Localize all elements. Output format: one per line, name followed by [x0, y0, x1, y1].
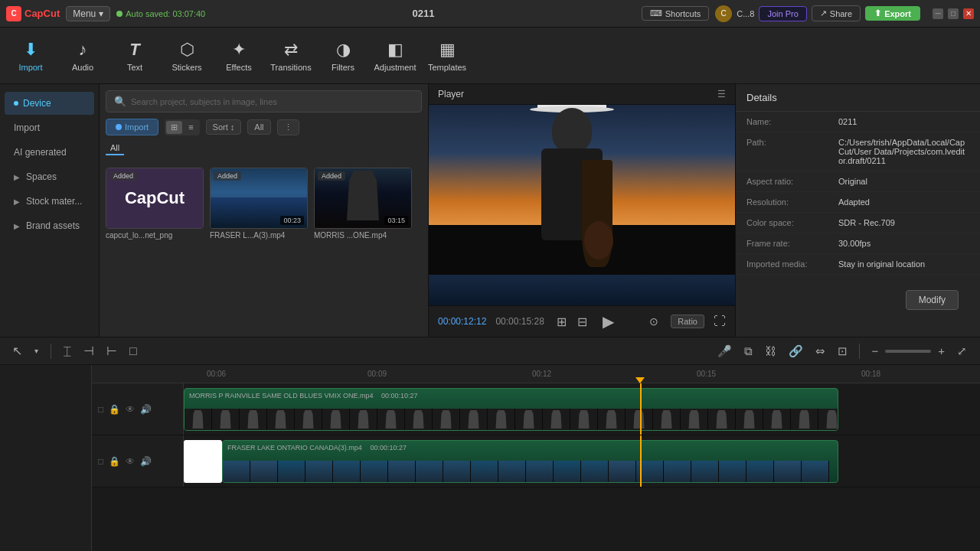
window-controls: ─ □ ✕ [933, 8, 974, 19]
detail-row-path: Path: C:/Users/trish/AppData/Local/CapCu… [736, 132, 980, 171]
player-video[interactable] [429, 105, 735, 305]
track-audio-button[interactable]: 🔊 [139, 403, 153, 416]
track-lock2-button[interactable]: 🔒 [107, 403, 122, 416]
media-filename: FRASER L...A(3).mp4 [210, 231, 308, 240]
select-dropdown-button[interactable]: ▾ [31, 345, 41, 357]
tool-effects[interactable]: ✦ Effects [214, 31, 263, 80]
filter-tab-all[interactable]: All [106, 142, 124, 155]
export-button[interactable]: ⬆ Export [865, 6, 920, 21]
search-input-container[interactable]: 🔍 Search project, subjects in image, lin… [106, 90, 422, 112]
username: C...8 [737, 9, 754, 18]
zoom-in-button[interactable]: + [934, 343, 949, 359]
project-id: 0211 [413, 8, 435, 19]
import-dot [116, 124, 122, 130]
split-button[interactable]: ⌶ [60, 343, 74, 360]
split-audio-button[interactable]: ⇔ [812, 343, 829, 360]
freeze-button[interactable]: ⊡ [834, 343, 851, 360]
grid-view-button[interactable]: ⊞ [166, 121, 182, 134]
filter-tabs: All [100, 142, 428, 161]
modify-button[interactable]: Modify [906, 290, 959, 310]
import-button[interactable]: Import [106, 119, 158, 135]
detail-label: Imported media: [746, 259, 838, 269]
select-tool-button[interactable]: ↖ [9, 342, 25, 360]
close-button[interactable]: ✕ [963, 8, 974, 19]
sidebar-item-stock-material[interactable]: ▶ Stock mater... [5, 190, 94, 213]
media-item-morris[interactable]: Added 03:15 MORRIS ...ONE.mp4 [314, 168, 412, 240]
fullscreen-button[interactable]: ⛶ [714, 315, 726, 328]
time-total: 00:00:15:28 [495, 316, 544, 327]
tool-stickers[interactable]: ⬡ Stickers [162, 31, 211, 80]
stickers-icon: ⬡ [180, 40, 194, 60]
tool-audio[interactable]: ♪ Audio [58, 31, 107, 80]
sidebar-item-import[interactable]: Import [5, 116, 94, 139]
player-area: Player ☰ 00:00:12:12 00:00:15:28 [429, 84, 735, 337]
tool-transitions[interactable]: ⇄ Transitions [266, 31, 315, 80]
media-item-capcut-logo[interactable]: CapCut Added capcut_lo...net_png [106, 168, 204, 240]
timeline-content: 00:06 00:09 00:12 00:15 00:18 □ 🔒 👁 🔊 [0, 365, 980, 551]
microphone-button[interactable]: 🎤 [714, 343, 736, 360]
grid-view-ctrl-button[interactable]: ⊞ [554, 313, 570, 331]
sidebar-item-spaces[interactable]: ▶ Spaces [5, 165, 94, 188]
playhead-marker [635, 377, 645, 383]
track-eye-button[interactable]: 👁 [124, 455, 136, 468]
play-button[interactable]: ▶ [599, 311, 617, 332]
share-button[interactable]: ↗ Share [812, 5, 861, 21]
media-item-fraser-lake[interactable]: Added 00:23 FRASER L...A(3).mp4 [210, 168, 308, 240]
expand-arrow-icon: ▶ [14, 222, 20, 230]
join-pro-button[interactable]: Join Pro [759, 6, 806, 21]
magnet-button[interactable]: ⧉ [740, 343, 756, 360]
track-lock-button[interactable]: □ [96, 403, 105, 416]
maximize-button[interactable]: □ [948, 8, 959, 19]
time-current: 00:00:12:12 [438, 316, 486, 327]
playhead[interactable] [640, 435, 642, 487]
detail-row-name: Name: 0211 [736, 112, 980, 132]
sidebar-item-brand-assets[interactable]: ▶ Brand assets [5, 214, 94, 237]
zoom-slider[interactable] [885, 350, 931, 353]
import-icon: ⬇ [24, 40, 38, 60]
tool-adjustment[interactable]: ◧ Adjustment [371, 31, 420, 80]
trim-left-button[interactable]: ⊣ [80, 342, 97, 360]
track-clip-video1[interactable]: MORRIS P RAINVILLE SAME OLD BLUES VMIX O… [184, 388, 838, 431]
fit-timeline-button[interactable]: ⤢ [953, 343, 971, 360]
menu-button[interactable]: Menu ▾ [66, 6, 110, 21]
sort-button[interactable]: Sort ↕ [206, 119, 242, 135]
track-eye-button[interactable]: 👁 [124, 403, 136, 416]
tool-text[interactable]: T Text [110, 31, 159, 80]
chain-button[interactable]: ⛓ [761, 343, 780, 359]
timeline-toolbar: ↖ ▾ ⌶ ⊣ ⊢ □ 🎤 ⧉ ⛓ 🔗 ⇔ ⊡ − + ⤢ [0, 337, 980, 365]
player-menu-icon[interactable]: ☰ [717, 89, 726, 99]
trim-right-button[interactable]: ⊢ [103, 342, 120, 360]
filter-all-button[interactable]: All [247, 119, 270, 135]
filter-options-button[interactable]: ⋮ [277, 119, 299, 135]
sidebar-item-ai-generated[interactable]: AI generated [5, 141, 94, 164]
ratio-button[interactable]: Ratio [671, 315, 704, 328]
list-view-button[interactable]: ≡ [184, 121, 198, 133]
nav-active-dot [14, 101, 18, 106]
track-lock-button[interactable]: □ [96, 455, 105, 468]
main-toolbar: ⬇ Import ♪ Audio T Text ⬡ Stickers ✦ Eff… [0, 28, 980, 84]
track-clip-video2[interactable]: FRASER LAKE ONTARIO CANADA(3).mp4 00:00:… [222, 440, 838, 483]
tool-filters[interactable]: ◑ Filters [318, 31, 368, 80]
tool-import[interactable]: ⬇ Import [6, 31, 55, 80]
ruler-mark: 00:15 [697, 370, 716, 378]
detail-label: Color space: [746, 218, 838, 227]
screenshot-button[interactable]: ⊙ [646, 314, 662, 329]
playhead[interactable] [640, 383, 642, 435]
shortcuts-button[interactable]: ⌨ Shortcuts [642, 6, 709, 21]
track-controls: □ 🔒 👁 🔊 [92, 435, 184, 487]
detail-value: 0211 [838, 117, 969, 126]
track-lock2-button[interactable]: 🔒 [107, 455, 122, 468]
expand-arrow-icon: ▶ [14, 173, 20, 181]
thumb-image: Added 00:23 [210, 168, 308, 229]
zoom-out-button[interactable]: − [867, 343, 882, 359]
add-marker-button[interactable]: □ [126, 343, 140, 360]
grid-dense-ctrl-button[interactable]: ⊟ [574, 313, 590, 331]
link-button[interactable]: 🔗 [785, 343, 807, 360]
tool-templates[interactable]: ▦ Templates [423, 31, 472, 80]
minimize-button[interactable]: ─ [933, 8, 943, 19]
text-icon: T [129, 40, 139, 60]
track-audio-button[interactable]: 🔊 [139, 455, 153, 468]
video-track-1: □ 🔒 👁 🔊 MORRIS P RAINVILLE SAME OLD BLUE… [92, 383, 980, 435]
video-thumbnails [185, 409, 838, 430]
sidebar-item-device[interactable]: Device [5, 92, 94, 115]
